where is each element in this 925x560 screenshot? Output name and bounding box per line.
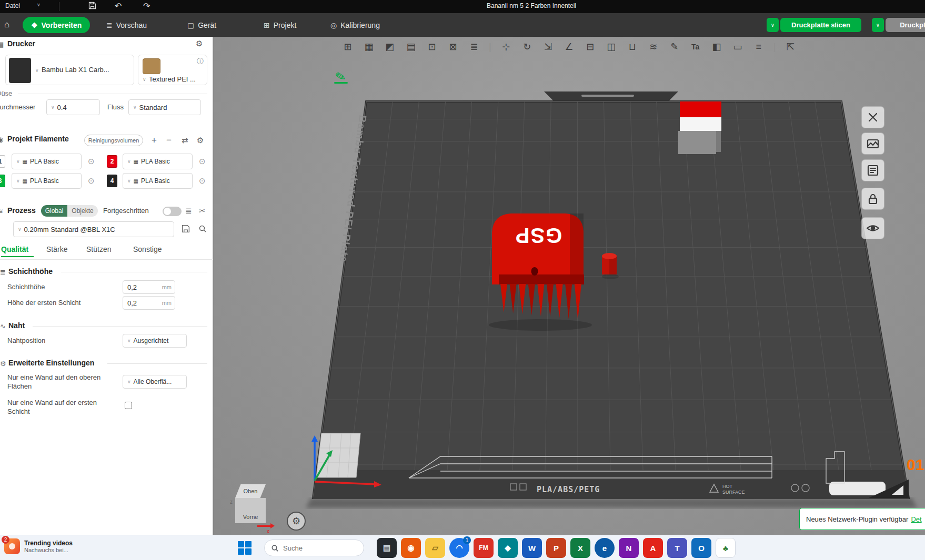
one-wall-first-layer-checkbox[interactable]: [125, 402, 132, 409]
pur​ge-cylinder[interactable]: [602, 253, 619, 279]
cut-icon[interactable]: ⊟: [584, 41, 597, 53]
flow-combo[interactable]: ∨ Standard: [128, 99, 201, 115]
tab-qualitaet[interactable]: Qualität: [1, 245, 28, 253]
taskbar-app-window[interactable]: ▤: [377, 538, 397, 558]
delete-all-button[interactable]: [861, 106, 884, 128]
taskbar-search[interactable]: [264, 539, 364, 556]
sync-filament-icon[interactable]: ⇄: [182, 136, 188, 144]
visibility-eye-button[interactable]: [861, 217, 884, 239]
filament-settings-gear-icon[interactable]: ⚙: [197, 136, 204, 144]
layer-height-input[interactable]: [123, 283, 162, 291]
scope-objects-pill[interactable]: Objekte: [67, 205, 98, 217]
move-icon[interactable]: ⊹: [500, 41, 512, 53]
slice-plate-button[interactable]: Druckplatte slicen: [780, 18, 861, 32]
search-input[interactable]: [283, 544, 351, 552]
print-dropdown-chevron[interactable]: ∨: [872, 18, 884, 32]
plate-layout-button[interactable]: [861, 159, 884, 181]
file-menu-chevron-icon[interactable]: ∨: [37, 2, 41, 7]
first-layer-height-input[interactable]: [123, 299, 162, 307]
toast-details-link[interactable]: Det: [911, 515, 921, 523]
tab-vorschau[interactable]: ≣ Vorschau: [106, 13, 147, 37]
taskbar-app-powerpoint[interactable]: P: [546, 538, 566, 558]
first-layer-height-field[interactable]: mm: [123, 296, 175, 310]
taskbar-app-remote[interactable]: ◆: [498, 538, 518, 558]
tab-sonstige[interactable]: Sonstige: [133, 245, 162, 253]
flush-volumes-button[interactable]: Reinigungsvolumen: [84, 135, 143, 146]
taskbar-app-acrobat[interactable]: A: [643, 538, 663, 558]
measure-icon[interactable]: ▭: [731, 41, 744, 53]
taskbar-app-edge[interactable]: e: [595, 538, 615, 558]
tab-projekt[interactable]: ⊞ Projekt: [264, 13, 296, 37]
navcube-top-face[interactable]: Oben: [235, 484, 266, 498]
taskbar-app-outlook[interactable]: O: [691, 538, 711, 558]
slice-dropdown-chevron[interactable]: ∨: [767, 18, 779, 32]
filament-edit-icon-2[interactable]: ⊙: [199, 157, 206, 165]
start-button[interactable]: [238, 541, 252, 555]
navigation-cube[interactable]: Oben Vorne z x: [230, 480, 272, 533]
taskbar-app-explorer[interactable]: ▱: [425, 538, 445, 558]
taskbar-app-onenote[interactable]: N: [619, 538, 639, 558]
tab-kalibrierung[interactable]: ◎ Kalibrierung: [330, 13, 380, 37]
printer-card[interactable]: ∨ Bambu Lab X1 Carb...: [5, 55, 134, 85]
tab-staerke[interactable]: Stärke: [46, 245, 67, 253]
navcube-front-face[interactable]: Vorne: [235, 498, 266, 523]
process-compare-icon[interactable]: ✂: [199, 207, 206, 215]
taskbar-app-fm[interactable]: FM: [474, 538, 494, 558]
tab-vorbereiten[interactable]: ❖ Vorbereiten: [23, 17, 90, 33]
nozzle-diameter-combo[interactable]: ∨ 0.4: [46, 99, 100, 115]
taskbar-app-photos[interactable]: ◉: [401, 538, 421, 558]
add-model-icon[interactable]: ⊞: [341, 41, 354, 53]
lock-plate-button[interactable]: [861, 188, 884, 210]
viewport-3d-scene[interactable]: Bambu Textured PEI Plate PLA/ABS/PETG HO…: [213, 37, 925, 535]
filament-combo-2[interactable]: ∨ ▦ PLA Basic: [123, 154, 193, 169]
tab-stuetzen[interactable]: Stützen: [86, 245, 111, 253]
color-paint-icon[interactable]: ◧: [710, 41, 723, 53]
viewport-3d[interactable]: ⊞ ▦ ◩ ▤ ⊡ ⊠ ≣ | ⊹ ↻ ⇲ ∠ ⊟ ◫ ⊔ ≋ ✎ Ta ◧ ▭…: [213, 37, 925, 535]
seam-paint-icon[interactable]: ✎: [668, 41, 681, 53]
process-preset-combo[interactable]: ∨ 0.20mm Standard @BBL X1C: [13, 221, 174, 237]
filament-combo-4[interactable]: ∨ ▦ PLA Basic: [123, 173, 193, 189]
taskbar-app-excel[interactable]: X: [570, 538, 590, 558]
remove-filament-icon[interactable]: −: [166, 136, 172, 145]
tab-geraet[interactable]: ▢ Gerät: [187, 13, 216, 37]
filament-combo-1[interactable]: ∨ ▦ PLA Basic: [12, 154, 82, 169]
redo-icon[interactable]: ↷: [143, 2, 150, 11]
layer-height-field[interactable]: mm: [123, 280, 175, 294]
taskbar-app-word[interactable]: W: [522, 538, 542, 558]
calibration-flag-object[interactable]: [678, 101, 721, 154]
home-icon[interactable]: ⌂: [4, 19, 9, 30]
paste-icon[interactable]: ⊠: [447, 41, 459, 53]
support-paint-icon[interactable]: ≋: [647, 41, 660, 53]
scope-global-pill[interactable]: Global: [41, 205, 67, 217]
advanced-toggle[interactable]: [163, 207, 182, 216]
file-menu[interactable]: Datei: [5, 2, 20, 9]
text-tool-icon[interactable]: Ta: [689, 43, 702, 51]
auto-arrange-plate-button[interactable]: [861, 133, 884, 155]
split-icon[interactable]: ◫: [605, 41, 618, 53]
seam-position-combo[interactable]: ∨ Ausgerichtet: [123, 334, 187, 348]
save-preset-icon[interactable]: [182, 225, 190, 235]
plate-type-card[interactable]: ⓘ ∨ Textured PEI ...: [138, 55, 207, 85]
import-list-icon[interactable]: ≣: [468, 41, 480, 53]
assembly-view-icon[interactable]: ⇱: [784, 41, 797, 53]
wipe-tower[interactable]: [316, 433, 360, 477]
save-icon[interactable]: [88, 2, 96, 12]
variable-layer-icon[interactable]: ≡: [752, 42, 765, 53]
taskbar-widget[interactable]: 2 Trending videos Nachwuchs bei...: [4, 538, 73, 554]
parameter-table-icon[interactable]: ≣: [185, 207, 192, 215]
arrange-icon[interactable]: ▤: [405, 41, 417, 53]
boolean-icon[interactable]: ⊔: [626, 41, 639, 53]
info-icon[interactable]: ⓘ: [197, 57, 204, 66]
lay-flat-icon[interactable]: ∠: [563, 41, 576, 53]
rotate-icon[interactable]: ↻: [521, 41, 534, 53]
taskbar-app-teams[interactable]: T: [667, 538, 687, 558]
undo-icon[interactable]: ↶: [115, 2, 122, 11]
viewport-settings-gear-button[interactable]: ⚙: [287, 512, 306, 531]
add-filament-icon[interactable]: +: [152, 136, 157, 145]
filament-edit-icon-1[interactable]: ⊙: [88, 157, 95, 165]
one-wall-top-combo[interactable]: ∨ Alle Oberflä...: [123, 375, 187, 389]
auto-orient-icon[interactable]: ◩: [384, 41, 396, 53]
copy-icon[interactable]: ⊡: [426, 41, 438, 53]
search-settings-icon[interactable]: [198, 225, 207, 235]
taskbar-app-browser[interactable]: ◠ 1: [449, 538, 469, 558]
